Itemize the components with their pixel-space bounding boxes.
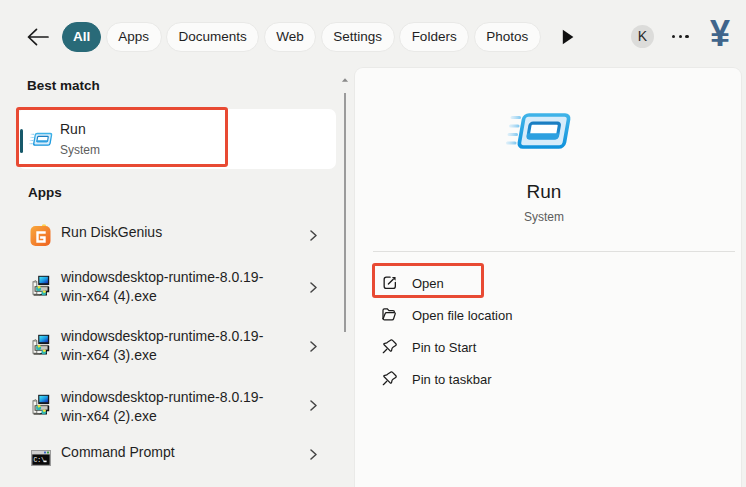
svg-text:C:\: C:\ [33, 457, 45, 464]
